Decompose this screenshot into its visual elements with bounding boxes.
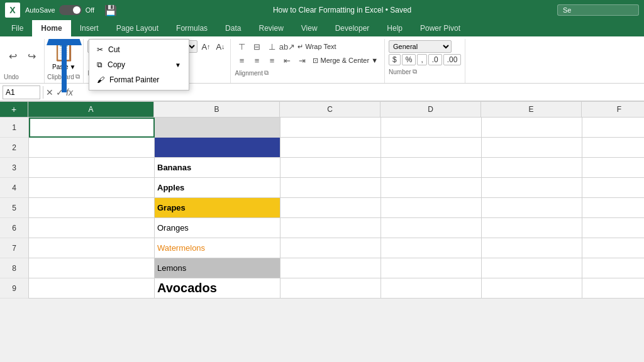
autosave-toggle[interactable] [59, 5, 82, 15]
cell-a6[interactable] [29, 218, 155, 238]
cut-button[interactable]: ✂ Cut [89, 42, 189, 57]
cell-d6[interactable] [381, 218, 482, 238]
column-header-a[interactable]: A [28, 102, 154, 117]
cell-d8[interactable] [381, 258, 482, 278]
cell-c6[interactable] [280, 218, 381, 238]
row-header-4[interactable]: 4 [0, 178, 28, 198]
tab-file[interactable]: File [3, 20, 32, 36]
align-center-button[interactable]: ≡ [250, 54, 264, 67]
cell-a8[interactable] [29, 258, 155, 278]
wrap-text-button[interactable]: ↵ Wrap Text [295, 41, 338, 52]
cell-b6[interactable]: Oranges [155, 218, 280, 238]
row-header-9[interactable]: 9 [0, 278, 28, 299]
cell-reference-input[interactable] [3, 85, 40, 99]
align-middle-button[interactable]: ⊟ [250, 40, 264, 53]
row-header-5[interactable]: 5 [0, 198, 28, 218]
tab-data[interactable]: Data [216, 20, 250, 36]
cell-e3[interactable] [482, 158, 582, 178]
cell-c9[interactable] [280, 278, 381, 299]
cell-a7[interactable] [29, 238, 155, 258]
decrease-indent-button[interactable]: ⇤ [280, 54, 294, 67]
redo-button[interactable]: ↪ [23, 48, 40, 65]
undo-button[interactable]: ↩ [4, 48, 21, 65]
row-header-6[interactable]: 6 [0, 218, 28, 238]
cell-c7[interactable] [280, 238, 381, 258]
row-header-8[interactable]: 8 [0, 258, 28, 278]
cell-e5[interactable] [482, 198, 582, 218]
save-icon[interactable]: 💾 [104, 4, 117, 16]
cell-c1[interactable] [280, 118, 381, 138]
tab-page-layout[interactable]: Page Layout [108, 20, 167, 36]
column-header-c[interactable]: C [280, 102, 380, 117]
decrease-font-button[interactable]: A↓ [214, 40, 226, 53]
cell-f8[interactable] [582, 258, 644, 278]
cell-e2[interactable] [482, 138, 582, 158]
cell-e4[interactable] [482, 178, 582, 198]
search-input[interactable]: Se [557, 4, 639, 16]
comma-button[interactable]: , [417, 54, 426, 65]
align-right-button[interactable]: ≡ [265, 54, 279, 67]
cell-a1[interactable] [29, 118, 155, 138]
cell-a9[interactable] [29, 278, 155, 299]
format-painter-button[interactable]: 🖌 Format Painter [89, 72, 189, 87]
tab-insert[interactable]: Insert [71, 20, 108, 36]
cell-d1[interactable] [381, 118, 482, 138]
tab-power-pivot[interactable]: Power Pivot [411, 20, 469, 36]
cell-c5[interactable] [280, 198, 381, 218]
cell-f9[interactable] [582, 278, 644, 299]
percent-button[interactable]: % [402, 54, 416, 65]
column-header-f[interactable]: F [582, 102, 644, 117]
cell-f5[interactable] [582, 198, 644, 218]
cell-d3[interactable] [381, 158, 482, 178]
cell-d7[interactable] [381, 238, 482, 258]
row-header-2[interactable]: 2 [0, 138, 28, 158]
cell-b2[interactable] [155, 138, 280, 158]
merge-center-button[interactable]: ⊡ Merge & Center ▼ [310, 55, 380, 66]
cell-c2[interactable] [280, 138, 381, 158]
cell-c4[interactable] [280, 178, 381, 198]
cell-a5[interactable] [29, 198, 155, 218]
cell-d9[interactable] [381, 278, 482, 299]
cell-b1[interactable] [155, 118, 280, 138]
alignment-expand-icon[interactable]: ⧉ [264, 69, 269, 77]
cell-d2[interactable] [381, 138, 482, 158]
cancel-formula-icon[interactable]: ✕ [46, 87, 53, 97]
cell-f3[interactable] [582, 158, 644, 178]
tab-help[interactable]: Help [378, 20, 411, 36]
currency-button[interactable]: $ [389, 54, 401, 65]
column-header-d[interactable]: D [380, 102, 481, 117]
cell-c8[interactable] [280, 258, 381, 278]
row-header-7[interactable]: 7 [0, 238, 28, 258]
confirm-formula-icon[interactable]: ✓ [56, 87, 64, 97]
cell-a4[interactable] [29, 178, 155, 198]
tab-home[interactable]: Home [32, 20, 70, 36]
cell-e8[interactable] [482, 258, 582, 278]
tab-developer[interactable]: Developer [326, 20, 379, 36]
tab-view[interactable]: View [292, 20, 326, 36]
cell-f7[interactable] [582, 238, 644, 258]
number-expand-icon[interactable]: ⧉ [413, 68, 417, 75]
cell-b5[interactable]: Grapes [155, 198, 280, 218]
align-top-button[interactable]: ⊤ [235, 40, 248, 53]
tab-formulas[interactable]: Formulas [167, 20, 216, 36]
cell-a3[interactable] [29, 158, 155, 178]
cell-b3[interactable]: Bananas [155, 158, 280, 178]
cell-e9[interactable] [482, 278, 582, 299]
decrease-decimal-button[interactable]: .0 [428, 54, 442, 65]
select-all-button[interactable]: + [0, 102, 28, 117]
cell-e7[interactable] [482, 238, 582, 258]
cell-e1[interactable] [482, 118, 582, 138]
cell-f4[interactable] [582, 178, 644, 198]
tab-review[interactable]: Review [250, 20, 292, 36]
increase-font-button[interactable]: A↑ [199, 40, 212, 53]
increase-decimal-button[interactable]: .00 [443, 54, 462, 65]
cell-f6[interactable] [582, 218, 644, 238]
cell-d4[interactable] [381, 178, 482, 198]
align-left-button[interactable]: ≡ [235, 54, 248, 67]
cell-b7[interactable]: Watermelons [155, 238, 280, 258]
cell-d5[interactable] [381, 198, 482, 218]
column-header-b[interactable]: B [154, 102, 280, 117]
increase-indent-button[interactable]: ⇥ [295, 54, 309, 67]
cell-c3[interactable] [280, 158, 381, 178]
align-bottom-button[interactable]: ⊥ [265, 40, 279, 53]
